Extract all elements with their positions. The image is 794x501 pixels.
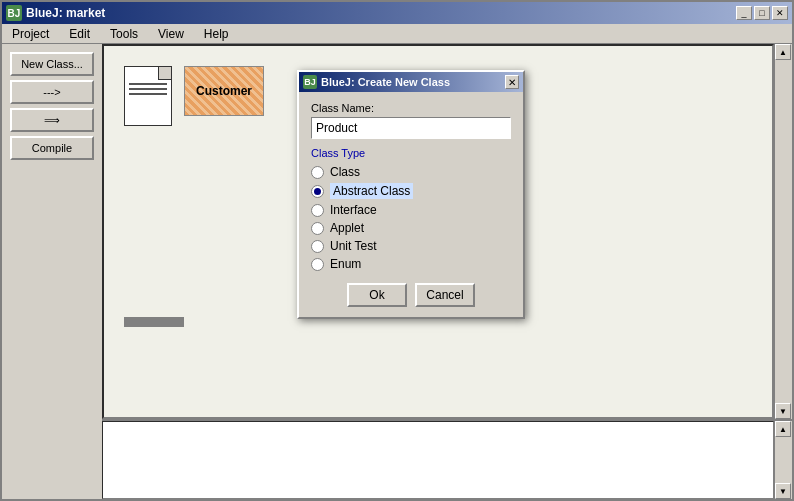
dialog-title-bar: BJ BlueJ: Create New Class ✕ — [299, 72, 523, 92]
radio-interface[interactable]: Interface — [311, 203, 511, 217]
dialog-body: Class Name: Class Type Class Abstract Cl… — [299, 92, 523, 317]
radio-class-circle — [311, 166, 324, 179]
dialog-title-left: BJ BlueJ: Create New Class — [303, 75, 450, 89]
radio-applet-label: Applet — [330, 221, 364, 235]
radio-abstract-circle — [311, 185, 324, 198]
radio-interface-label: Interface — [330, 203, 377, 217]
dialog-overlay: BJ BlueJ: Create New Class ✕ Class Name:… — [2, 2, 792, 499]
dialog-title-text: BlueJ: Create New Class — [321, 76, 450, 88]
dialog-button-row: Ok Cancel — [311, 283, 511, 307]
radio-class[interactable]: Class — [311, 165, 511, 179]
class-name-label: Class Name: — [311, 102, 511, 114]
radio-unittest[interactable]: Unit Test — [311, 239, 511, 253]
radio-unittest-label: Unit Test — [330, 239, 376, 253]
radio-enum-circle — [311, 258, 324, 271]
radio-interface-circle — [311, 204, 324, 217]
radio-enum-label: Enum — [330, 257, 361, 271]
create-class-dialog: BJ BlueJ: Create New Class ✕ Class Name:… — [297, 70, 525, 319]
dialog-close-button[interactable]: ✕ — [505, 75, 519, 89]
radio-enum[interactable]: Enum — [311, 257, 511, 271]
radio-unittest-circle — [311, 240, 324, 253]
ok-button[interactable]: Ok — [347, 283, 407, 307]
class-type-label: Class Type — [311, 147, 511, 159]
class-name-input[interactable] — [311, 117, 511, 139]
radio-applet-circle — [311, 222, 324, 235]
radio-class-label: Class — [330, 165, 360, 179]
radio-abstract[interactable]: Abstract Class — [311, 183, 511, 199]
radio-abstract-label: Abstract Class — [330, 183, 413, 199]
class-type-radio-group: Class Abstract Class Interface — [311, 165, 511, 271]
dialog-icon: BJ — [303, 75, 317, 89]
main-window: BJ BlueJ: market _ □ ✕ Project Edit Tool… — [0, 0, 794, 501]
cancel-button[interactable]: Cancel — [415, 283, 475, 307]
radio-applet[interactable]: Applet — [311, 221, 511, 235]
